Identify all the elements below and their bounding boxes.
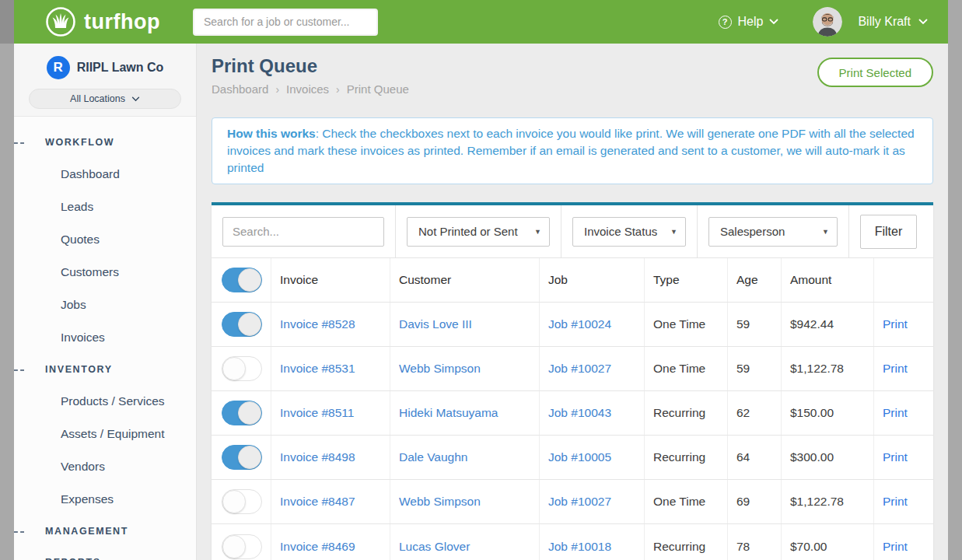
invoice-type: One Time (645, 480, 728, 523)
global-search-input[interactable] (193, 9, 378, 36)
invoice-age: 69 (728, 480, 782, 523)
nav-section-management: MANAGEMENT (14, 516, 196, 547)
job-link[interactable]: Job #10018 (540, 524, 645, 560)
sidebar-item-quotes[interactable]: Quotes (14, 223, 196, 256)
company[interactable]: R RIIPL Lawn Co (14, 56, 196, 79)
avatar[interactable] (813, 7, 842, 37)
print-queue-card: Not Printed or Sent ▼ Invoice Status ▼ S… (212, 202, 933, 560)
invoice-age: 59 (728, 303, 782, 346)
customer-link[interactable]: Lucas Glover (390, 524, 540, 560)
print-link[interactable]: Print (874, 524, 932, 560)
help-label: Help (738, 15, 764, 29)
printed-status-select[interactable]: Not Printed or Sent ▼ (407, 217, 550, 247)
customer-link[interactable]: Webb Simpson (390, 347, 540, 390)
customer-link[interactable]: Webb Simpson (390, 480, 540, 523)
row-select-toggle[interactable] (222, 489, 262, 514)
col-header-job: Job (540, 258, 645, 302)
sidebar-item-leads[interactable]: Leads (14, 191, 196, 223)
sidebar: R RIIPL Lawn Co All Locations WORKFLOW D… (14, 44, 197, 560)
filter-bar: Not Printed or Sent ▼ Invoice Status ▼ S… (212, 205, 933, 258)
table-row: Invoice #8528 Davis Love III Job #10024 … (212, 303, 933, 347)
invoice-amount: $300.00 (782, 436, 874, 479)
invoice-type: Recurring (645, 391, 728, 435)
invoice-age: 59 (728, 347, 782, 390)
invoice-amount: $70.00 (782, 524, 874, 560)
col-header-invoice: Invoice (271, 258, 390, 302)
job-link[interactable]: Job #10043 (540, 391, 645, 435)
sidebar-item-products-services[interactable]: Products / Services (14, 385, 196, 418)
print-link[interactable]: Print (874, 303, 932, 346)
customer-link[interactable]: Dale Vaughn (390, 436, 540, 479)
job-link[interactable]: Job #10024 (540, 303, 645, 346)
sidebar-item-vendors[interactable]: Vendors (14, 450, 196, 483)
row-select-toggle[interactable] (222, 401, 262, 425)
invoice-age: 62 (728, 391, 782, 435)
invoice-type: Recurring (645, 436, 728, 479)
breadcrumb-dashboard[interactable]: Dashboard (212, 82, 268, 96)
row-select-toggle[interactable] (222, 312, 262, 337)
sidebar-nav: WORKFLOW Dashboard Leads Quotes Customer… (14, 117, 196, 560)
breadcrumb-invoices[interactable]: Invoices (286, 82, 329, 96)
invoice-link[interactable]: Invoice #8528 (271, 303, 390, 346)
breadcrumb-current: Print Queue (347, 82, 409, 96)
chevron-down-icon (769, 19, 778, 25)
left-gutter (0, 0, 14, 560)
invoice-link[interactable]: Invoice #8511 (271, 391, 390, 435)
salesperson-select[interactable]: Salesperson ▼ (708, 217, 838, 247)
customer-link[interactable]: Davis Love III (390, 303, 540, 346)
row-select-toggle[interactable] (222, 445, 262, 470)
filter-button[interactable]: Filter (860, 215, 917, 249)
invoice-amount: $150.00 (782, 391, 874, 435)
col-header-customer: Customer (390, 258, 540, 302)
breadcrumb: Dashboard › Invoices › Print Queue (212, 82, 409, 96)
help-menu[interactable]: ? Help (719, 15, 779, 29)
invoice-link[interactable]: Invoice #8498 (271, 436, 390, 479)
user-menu[interactable]: Billy Kraft (858, 15, 928, 29)
location-selector[interactable]: All Locations (29, 89, 181, 109)
table-search-input[interactable] (222, 217, 384, 247)
brand[interactable]: turfhop (45, 6, 160, 37)
select-caret-icon: ▼ (534, 228, 541, 236)
table-row: Invoice #8498 Dale Vaughn Job #10005 Rec… (212, 436, 933, 480)
info-banner: How this works: Check the checkboxes nex… (212, 117, 933, 184)
invoice-status-select[interactable]: Invoice Status ▼ (572, 217, 686, 247)
job-link[interactable]: Job #10027 (540, 480, 645, 523)
print-link[interactable]: Print (874, 391, 932, 435)
printed-status-value: Not Printed or Sent (418, 225, 518, 238)
invoice-link[interactable]: Invoice #8531 (271, 347, 390, 390)
company-badge: R (47, 56, 70, 79)
company-name: RIIPL Lawn Co (77, 61, 164, 75)
right-scrollbar-gutter[interactable] (948, 0, 962, 560)
sidebar-company-panel: R RIIPL Lawn Co All Locations (14, 44, 196, 117)
job-link[interactable]: Job #10027 (540, 347, 645, 390)
sidebar-item-assets-equipment[interactable]: Assets / Equipment (14, 418, 196, 450)
sidebar-item-dashboard[interactable]: Dashboard (14, 158, 196, 191)
avatar-image (813, 7, 842, 37)
row-select-toggle[interactable] (222, 356, 262, 381)
print-link[interactable]: Print (874, 436, 932, 479)
sidebar-item-invoices[interactable]: Invoices (14, 321, 196, 354)
job-link[interactable]: Job #10005 (540, 436, 645, 479)
location-selector-label: All Locations (70, 93, 125, 104)
chevron-down-icon (131, 96, 140, 102)
nav-section-workflow: WORKFLOW (14, 127, 196, 158)
invoice-link[interactable]: Invoice #8487 (271, 480, 390, 523)
select-all-toggle[interactable] (222, 268, 262, 292)
sidebar-item-jobs[interactable]: Jobs (14, 289, 196, 321)
customer-link[interactable]: Hideki Matsuyama (390, 391, 540, 435)
salesperson-value: Salesperson (720, 225, 785, 238)
invoice-type: Recurring (645, 524, 728, 560)
invoice-link[interactable]: Invoice #8469 (271, 524, 390, 560)
col-header-amount: Amount (782, 258, 874, 302)
print-selected-button[interactable]: Print Selected (817, 58, 933, 87)
sidebar-item-customers[interactable]: Customers (14, 256, 196, 289)
invoice-age: 78 (728, 524, 782, 560)
invoice-amount: $1,122.78 (782, 480, 874, 523)
invoice-type: One Time (645, 303, 728, 346)
row-select-toggle[interactable] (222, 534, 262, 559)
print-link[interactable]: Print (874, 480, 932, 523)
sidebar-item-expenses[interactable]: Expenses (14, 483, 196, 516)
print-link[interactable]: Print (874, 347, 932, 390)
info-banner-text: : Check the checkboxes next to each invo… (227, 127, 915, 174)
nav-section-reports: REPORTS (14, 547, 196, 560)
